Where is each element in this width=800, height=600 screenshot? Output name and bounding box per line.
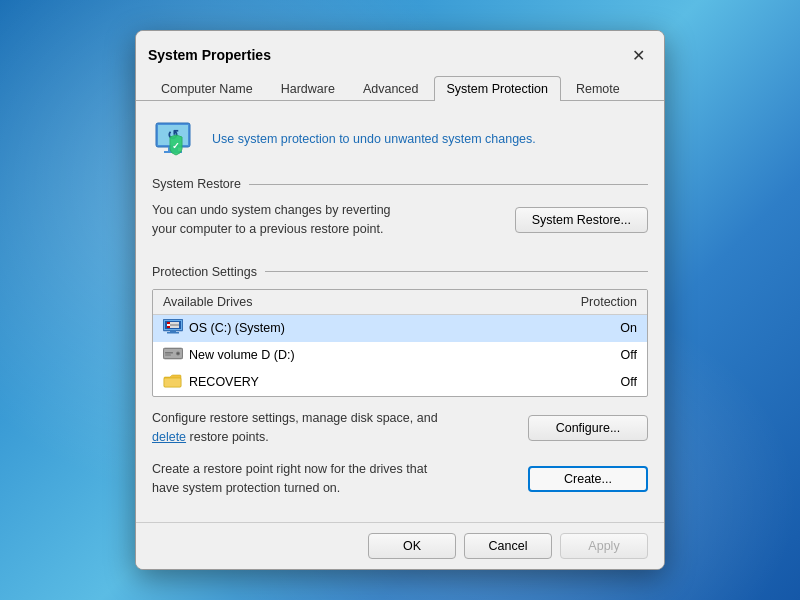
intro-section: ↺ ✓ Use system protection to undo unwant…: [152, 115, 648, 163]
intro-text: Use system protection to undo unwanted s…: [212, 132, 536, 146]
drive-protection-recovery: Off: [621, 375, 637, 389]
drive-label-os-c: OS (C:) (System): [189, 321, 285, 335]
svg-rect-16: [170, 326, 179, 328]
tab-system-protection[interactable]: System Protection: [434, 76, 561, 101]
create-row: Create a restore point right now for the…: [152, 460, 648, 498]
dialog-title: System Properties: [148, 47, 271, 63]
available-drives-header: Available Drives: [163, 295, 581, 309]
svg-rect-21: [165, 352, 173, 354]
tab-remote[interactable]: Remote: [563, 76, 633, 101]
system-restore-description: You can undo system changes by reverting…: [152, 201, 499, 239]
system-protection-icon: ↺ ✓: [152, 115, 200, 163]
protection-header: Protection: [581, 295, 637, 309]
configure-button[interactable]: Configure...: [528, 415, 648, 441]
svg-text:✓: ✓: [172, 141, 180, 151]
drive-protection-d: Off: [621, 348, 637, 362]
system-restore-row: You can undo system changes by reverting…: [152, 201, 648, 239]
svg-rect-15: [170, 324, 179, 326]
drive-name-os-c: OS (C:) (System): [163, 319, 620, 338]
tab-computer-name[interactable]: Computer Name: [148, 76, 266, 101]
svg-rect-12: [167, 324, 170, 326]
apply-button[interactable]: Apply: [560, 533, 648, 559]
drive-row-os-c[interactable]: OS (C:) (System) On: [153, 315, 647, 342]
svg-rect-14: [170, 322, 179, 324]
dialog-content: ↺ ✓ Use system protection to undo unwant…: [136, 101, 664, 522]
system-restore-section: System Restore You can undo system chang…: [152, 177, 648, 265]
tab-hardware[interactable]: Hardware: [268, 76, 348, 101]
create-button[interactable]: Create...: [528, 466, 648, 492]
drive-row-d[interactable]: New volume D (D:) Off: [153, 342, 647, 369]
drives-table: Available Drives Protection: [152, 289, 648, 397]
drives-table-header: Available Drives Protection: [153, 290, 647, 315]
dialog-footer: OK Cancel Apply: [136, 522, 664, 569]
drive-name-recovery: RECOVERY: [163, 373, 621, 392]
section-divider-2: [265, 271, 648, 272]
svg-point-20: [177, 352, 179, 354]
section-divider: [249, 184, 648, 185]
system-restore-header: System Restore: [152, 177, 648, 191]
drive-icon-recovery: [163, 373, 183, 392]
svg-rect-22: [165, 354, 171, 355]
tab-advanced[interactable]: Advanced: [350, 76, 432, 101]
svg-rect-11: [167, 322, 170, 324]
drive-label-recovery: RECOVERY: [189, 375, 259, 389]
svg-rect-23: [164, 378, 181, 387]
protection-settings-header: Protection Settings: [152, 265, 648, 279]
close-button[interactable]: ✕: [624, 41, 652, 69]
drive-label-d: New volume D (D:): [189, 348, 295, 362]
create-text: Create a restore point right now for the…: [152, 460, 512, 498]
title-bar: System Properties ✕: [136, 31, 664, 69]
drive-icon-d: [163, 346, 183, 365]
protection-settings-label: Protection Settings: [152, 265, 265, 279]
drive-icon-os-c: [163, 319, 183, 338]
drive-name-d: New volume D (D:): [163, 346, 621, 365]
system-properties-dialog: System Properties ✕ Computer Name Hardwa…: [135, 30, 665, 570]
system-restore-button[interactable]: System Restore...: [515, 207, 648, 233]
system-restore-label: System Restore: [152, 177, 249, 191]
protection-settings-section: Protection Settings Available Drives Pro…: [152, 265, 648, 498]
configure-row: Configure restore settings, manage disk …: [152, 409, 648, 447]
tab-bar: Computer Name Hardware Advanced System P…: [136, 69, 664, 101]
cancel-button[interactable]: Cancel: [464, 533, 552, 559]
svg-rect-13: [167, 326, 170, 328]
drive-row-recovery[interactable]: RECOVERY Off: [153, 369, 647, 396]
svg-rect-9: [167, 332, 179, 334]
svg-rect-8: [170, 330, 176, 332]
configure-text: Configure restore settings, manage disk …: [152, 409, 512, 447]
ok-button[interactable]: OK: [368, 533, 456, 559]
drive-protection-os-c: On: [620, 321, 637, 335]
